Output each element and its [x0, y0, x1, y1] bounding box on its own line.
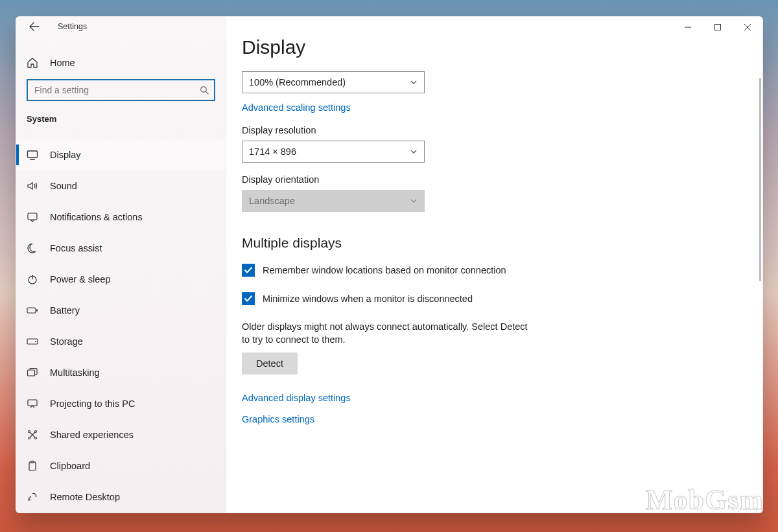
nav-item-battery[interactable]: Battery: [16, 295, 226, 326]
nav-item-focus-assist[interactable]: Focus assist: [16, 233, 226, 264]
nav-label: Notifications & actions: [50, 212, 143, 222]
search-input[interactable]: [34, 85, 200, 95]
sidebar-home[interactable]: Home: [16, 51, 226, 74]
sidebar-group-label: System: [16, 104, 226, 129]
minimize-button[interactable]: [673, 17, 703, 38]
clipboard-icon: [27, 460, 38, 472]
search-box[interactable]: [27, 79, 215, 101]
scrollbar[interactable]: [759, 78, 761, 281]
nav-item-power-sleep[interactable]: Power & sleep: [16, 264, 226, 295]
nav-item-shared-experiences[interactable]: Shared experiences: [16, 419, 226, 450]
multitasking-icon: [27, 367, 38, 378]
remote-desktop-icon: [27, 491, 38, 503]
checkbox-checked-icon[interactable]: [242, 292, 255, 305]
home-icon: [27, 57, 38, 69]
scale-value: 100% (Recommended): [249, 77, 346, 87]
titlebar: Settings: [16, 17, 226, 36]
power-icon: [27, 273, 38, 285]
svg-rect-12: [28, 400, 37, 406]
svg-line-1: [206, 91, 208, 94]
multiple-displays-heading: Multiple displays: [242, 235, 727, 251]
search-icon: [200, 86, 209, 95]
nav-item-sound[interactable]: Sound: [16, 170, 226, 202]
svg-rect-7: [27, 308, 36, 313]
nav-item-clipboard[interactable]: Clipboard: [16, 450, 226, 481]
orientation-label: Display orientation: [242, 174, 727, 185]
scale-select[interactable]: 100% (Recommended): [242, 71, 425, 93]
advanced-display-settings-link[interactable]: Advanced display settings: [242, 393, 351, 403]
detect-helper-text: Older displays might not always connect …: [242, 321, 534, 346]
settings-window: Settings Home System Display: [16, 16, 763, 513]
minimize-windows-row[interactable]: Minimize windows when a monitor is disco…: [242, 292, 727, 305]
nav-label: Display: [50, 150, 81, 160]
sidebar: Settings Home System Display: [16, 17, 226, 513]
svg-rect-2: [28, 151, 38, 157]
window-title: Settings: [58, 22, 87, 31]
nav-item-notifications[interactable]: Notifications & actions: [16, 202, 226, 233]
svg-rect-8: [36, 310, 38, 312]
graphics-settings-link[interactable]: Graphics settings: [242, 414, 314, 424]
nav-label: Sound: [50, 181, 77, 191]
checkbox-label: Remember window locations based on monit…: [263, 265, 506, 275]
remember-window-locations-row[interactable]: Remember window locations based on monit…: [242, 264, 727, 277]
nav-item-multitasking[interactable]: Multitasking: [16, 357, 226, 388]
back-button[interactable]: [25, 17, 43, 36]
maximize-button[interactable]: [703, 17, 733, 38]
nav-label: Clipboard: [50, 461, 90, 471]
nav-label: Power & sleep: [50, 274, 111, 284]
svg-point-10: [35, 341, 36, 342]
nav-item-display[interactable]: Display: [16, 139, 226, 170]
nav-label: Storage: [50, 336, 83, 347]
nav-label: Projecting to this PC: [50, 399, 135, 409]
checkbox-label: Minimize windows when a monitor is disco…: [263, 294, 473, 304]
resolution-value: 1714 × 896: [249, 146, 296, 157]
window-controls: [673, 17, 762, 38]
nav-item-projecting[interactable]: Projecting to this PC: [16, 388, 226, 419]
svg-rect-20: [715, 25, 721, 30]
resolution-select[interactable]: 1714 × 896: [242, 141, 425, 163]
battery-icon: [27, 305, 38, 316]
shared-experiences-icon: [27, 429, 38, 441]
svg-rect-4: [28, 213, 37, 220]
content-pane: Display 100% (Recommended) Advanced scal…: [226, 17, 762, 513]
projecting-icon: [27, 398, 38, 410]
checkbox-checked-icon[interactable]: [242, 264, 255, 277]
chevron-down-icon: [410, 78, 418, 86]
home-label: Home: [50, 58, 75, 68]
nav-label: Focus assist: [50, 243, 102, 253]
advanced-scaling-link[interactable]: Advanced scaling settings: [242, 102, 351, 113]
nav-label: Shared experiences: [50, 430, 134, 440]
nav-label: Battery: [50, 305, 80, 316]
chevron-down-icon: [410, 148, 418, 156]
nav-label: Multitasking: [50, 367, 100, 378]
arrow-left-icon: [29, 21, 40, 32]
orientation-select: Landscape: [242, 190, 425, 212]
nav-item-remote-desktop[interactable]: Remote Desktop: [16, 481, 226, 513]
resolution-label: Display resolution: [242, 125, 727, 135]
close-button[interactable]: [733, 17, 762, 38]
display-icon: [27, 149, 38, 161]
chevron-down-icon: [410, 197, 418, 205]
nav-label: Remote Desktop: [50, 492, 120, 502]
sound-icon: [27, 180, 38, 192]
nav-item-storage[interactable]: Storage: [16, 326, 226, 357]
focus-assist-icon: [27, 242, 38, 254]
orientation-value: Landscape: [249, 196, 295, 206]
storage-icon: [27, 336, 38, 347]
detect-button[interactable]: Detect: [242, 353, 298, 375]
notifications-icon: [27, 211, 38, 223]
svg-rect-11: [28, 370, 35, 376]
nav-list: Display Sound Notifications & actions Fo…: [16, 139, 226, 513]
page-title: Display: [242, 36, 727, 58]
